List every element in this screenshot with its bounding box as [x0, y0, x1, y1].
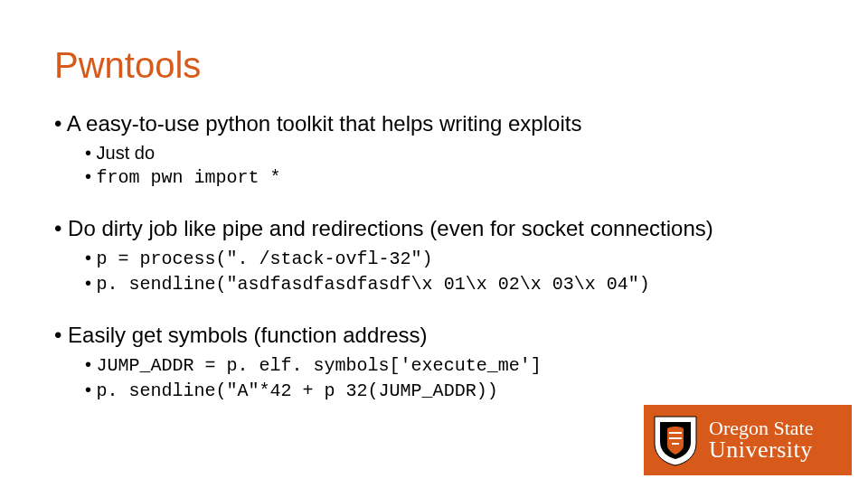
sub-item: JUMP_ADDR = p. elf. symbols['execute_me'…	[85, 352, 814, 378]
sub-item: Just do	[85, 141, 814, 164]
sub-item: p = process(". /stack-ovfl-32")	[85, 246, 814, 271]
shield-icon	[651, 413, 700, 467]
sub-code: p. sendline("A"*42 + p 32(JUMP_ADDR))	[97, 380, 498, 401]
sub-code: p. sendline("asdfasdfasdfasdf\x 01\x 02\…	[97, 274, 650, 295]
sub-text: Just do	[97, 143, 155, 163]
sub-list: p = process(". /stack-ovfl-32") p. sendl…	[54, 246, 814, 296]
slide-title: Pwntools	[54, 45, 814, 85]
list-item: A easy-to-use python toolkit that helps …	[54, 110, 814, 190]
sub-list: JUMP_ADDR = p. elf. symbols['execute_me'…	[54, 352, 814, 403]
logo-text: Oregon State University	[709, 418, 813, 462]
sub-item: p. sendline("A"*42 + p 32(JUMP_ADDR))	[85, 378, 814, 403]
sub-code: JUMP_ADDR = p. elf. symbols['execute_me'…	[97, 355, 542, 376]
sub-item: from pwn import *	[85, 164, 814, 190]
bullet-text: A easy-to-use python toolkit that helps …	[54, 111, 581, 136]
list-item: Do dirty job like pipe and redirections …	[54, 215, 814, 296]
bullet-text: Easily get symbols (function address)	[54, 323, 428, 347]
bullet-list: A easy-to-use python toolkit that helps …	[54, 110, 814, 403]
sub-code: from pwn import *	[97, 167, 281, 188]
logo-line1: Oregon State	[709, 418, 813, 438]
list-item: Easily get symbols (function address) JU…	[54, 322, 814, 403]
sub-item: p. sendline("asdfasdfasdfasdf\x 01\x 02\…	[85, 271, 814, 296]
bullet-text: Do dirty job like pipe and redirections …	[54, 216, 713, 240]
sub-list: Just do from pwn import *	[54, 141, 814, 190]
osu-logo: Oregon State University	[644, 405, 852, 475]
logo-line2: University	[709, 438, 813, 462]
slide: Pwntools A easy-to-use python toolkit th…	[0, 0, 868, 488]
sub-code: p = process(". /stack-ovfl-32")	[97, 249, 433, 269]
